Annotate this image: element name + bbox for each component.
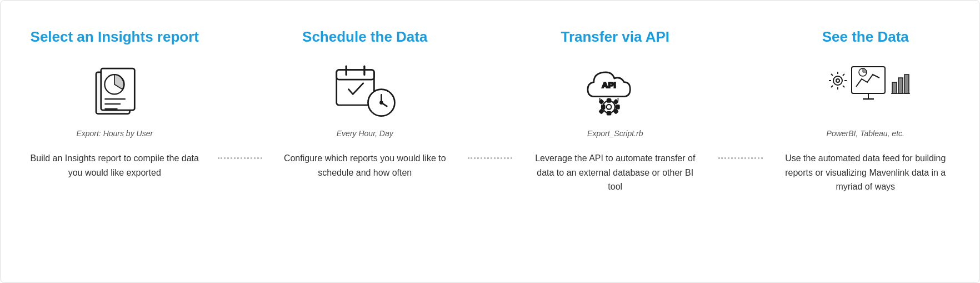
- svg-line-37: [831, 86, 833, 87]
- main-container: Select an Insights report Export: Hours …: [0, 0, 980, 283]
- svg-rect-23: [614, 110, 618, 114]
- step-1-icon: [81, 61, 148, 122]
- svg-point-29: [836, 79, 839, 82]
- step-1-description: Build an Insights report to compile the …: [28, 151, 201, 180]
- step-transfer-api: Transfer via API API: [512, 17, 718, 266]
- connector-3: [718, 17, 763, 266]
- svg-rect-20: [602, 105, 604, 109]
- step-4-description: Use the automated data feed for building…: [779, 151, 952, 194]
- step-2-description: Configure which reports you would like t…: [279, 151, 452, 180]
- svg-rect-22: [599, 110, 604, 114]
- svg-rect-18: [607, 112, 611, 115]
- svg-point-13: [380, 102, 382, 104]
- step-4-title: See the Data: [822, 28, 909, 46]
- svg-point-16: [607, 105, 612, 110]
- svg-rect-21: [614, 100, 618, 104]
- step-schedule-data: Schedule the Data: [262, 17, 468, 266]
- svg-point-28: [833, 76, 842, 85]
- step-4-caption: PowerBI, Tableau, etc.: [827, 129, 904, 140]
- step-see-data: See the Data: [763, 17, 969, 266]
- visualization-icon: [821, 61, 910, 122]
- connector-1: [218, 17, 262, 266]
- step-1-title: Select an Insights report: [31, 28, 199, 46]
- step-4-icon: [821, 61, 910, 122]
- dots-1: [218, 157, 262, 159]
- dots-3: [718, 157, 763, 159]
- svg-rect-19: [616, 105, 619, 109]
- step-2-caption: Every Hour, Day: [337, 129, 393, 140]
- svg-line-36: [843, 74, 844, 76]
- step-3-title: Transfer via API: [561, 28, 669, 46]
- connector-2: [468, 17, 512, 266]
- step-select-report: Select an Insights report Export: Hours …: [12, 17, 218, 266]
- svg-line-34: [831, 74, 833, 76]
- schedule-icon: [332, 61, 398, 122]
- svg-rect-43: [898, 78, 903, 93]
- api-icon: API: [582, 61, 648, 122]
- step-2-title: Schedule the Data: [302, 28, 427, 46]
- svg-text:API: API: [602, 81, 616, 90]
- dots-2: [468, 157, 512, 159]
- step-3-description: Leverage the API to automate transfer of…: [529, 151, 702, 194]
- step-3-caption: Export_Script.rb: [587, 129, 643, 140]
- step-1-caption: Export: Hours by User: [76, 129, 153, 140]
- step-3-icon: API: [582, 61, 648, 122]
- report-icon: [81, 61, 148, 122]
- step-2-icon: [332, 61, 398, 122]
- svg-line-35: [843, 86, 844, 87]
- svg-rect-42: [892, 82, 897, 93]
- svg-rect-44: [904, 75, 909, 93]
